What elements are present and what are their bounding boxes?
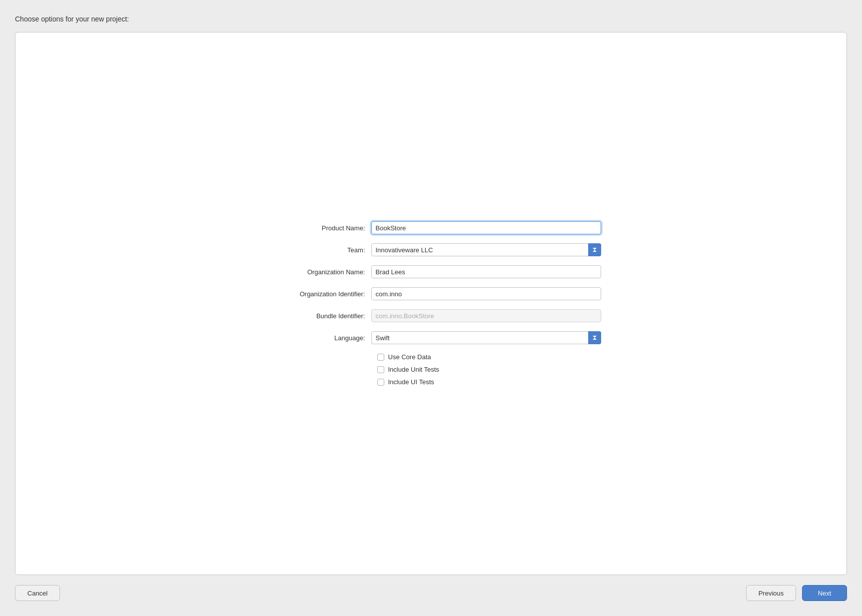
- right-buttons: Previous Next: [746, 585, 847, 601]
- checkboxes-container: Use Core Data Include Unit Tests Include…: [377, 353, 601, 386]
- include-ui-tests-row[interactable]: Include UI Tests: [377, 378, 601, 386]
- language-select-wrapper: Swift Objective-C: [371, 331, 601, 344]
- team-row: Team: Innovativeware LLC Personal Team A…: [261, 243, 601, 256]
- bottom-bar: Cancel Previous Next: [15, 575, 847, 601]
- product-name-row: Product Name:: [261, 221, 601, 234]
- org-name-label: Organization Name:: [261, 268, 371, 276]
- language-select[interactable]: Swift Objective-C: [371, 331, 601, 344]
- page-title: Choose options for your new project:: [15, 15, 847, 23]
- use-core-data-label: Use Core Data: [388, 353, 431, 361]
- bundle-identifier-value: com.inno.BookStore: [371, 309, 601, 322]
- team-select-wrapper: Innovativeware LLC Personal Team Add an …: [371, 243, 601, 256]
- include-unit-tests-label: Include Unit Tests: [388, 366, 439, 373]
- org-identifier-label: Organization Identifier:: [261, 290, 371, 298]
- product-name-label: Product Name:: [261, 224, 371, 232]
- language-row: Language: Swift Objective-C: [261, 331, 601, 344]
- product-name-input[interactable]: [371, 221, 601, 234]
- include-ui-tests-label: Include UI Tests: [388, 378, 434, 386]
- include-unit-tests-row[interactable]: Include Unit Tests: [377, 366, 601, 373]
- use-core-data-row[interactable]: Use Core Data: [377, 353, 601, 361]
- include-unit-tests-checkbox[interactable]: [377, 366, 384, 373]
- org-identifier-row: Organization Identifier:: [261, 287, 601, 300]
- org-identifier-input[interactable]: [371, 287, 601, 300]
- next-button[interactable]: Next: [802, 585, 847, 601]
- cancel-button[interactable]: Cancel: [15, 585, 60, 601]
- language-label: Language:: [261, 334, 371, 342]
- org-name-input[interactable]: [371, 265, 601, 278]
- team-select[interactable]: Innovativeware LLC Personal Team Add an …: [371, 243, 601, 256]
- main-panel: Product Name: Team: Innovativeware LLC P…: [15, 32, 847, 575]
- form-container: Product Name: Team: Innovativeware LLC P…: [261, 221, 601, 386]
- bundle-identifier-row: Bundle Identifier: com.inno.BookStore: [261, 309, 601, 322]
- org-name-row: Organization Name:: [261, 265, 601, 278]
- team-label: Team:: [261, 246, 371, 254]
- bundle-identifier-label: Bundle Identifier:: [261, 312, 371, 320]
- use-core-data-checkbox[interactable]: [377, 354, 384, 361]
- previous-button[interactable]: Previous: [746, 585, 796, 601]
- include-ui-tests-checkbox[interactable]: [377, 379, 384, 386]
